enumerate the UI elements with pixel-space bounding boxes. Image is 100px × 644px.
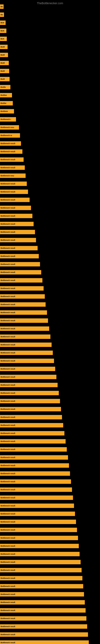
bar-label: Bottleneck result [0, 626, 15, 628]
bar-item: Bottleneck result [0, 552, 80, 556]
bar-item: Bottleneck result [0, 262, 40, 266]
bar-label: Bottleneck result [0, 183, 15, 185]
bar-label: Bottleneck result [0, 448, 15, 450]
bar-item: Bottleneck re [0, 133, 20, 138]
bar-item: Bo [0, 12, 4, 17]
bar-item: Bottleneck result [0, 342, 51, 347]
bar-item: Bottleneck result [0, 318, 48, 323]
bar-item: Bottleneck result [0, 278, 42, 282]
bar-label: Bottleneck result [0, 158, 15, 160]
bar-item: Bottleneck result [0, 198, 30, 202]
bar-label: Bottleneck result [0, 440, 15, 442]
bar-label: Bottleneck result [0, 167, 15, 169]
bar-item: Bottleneck result [0, 528, 77, 532]
bar-label: Bottleneck result [0, 489, 15, 491]
bar-item: Bottleneck result [0, 608, 86, 612]
bar-item: Bottleneck result [0, 504, 74, 508]
bar-item: Bottleneck resu [0, 125, 19, 130]
bar-label: Bottleneck result [0, 480, 15, 482]
bar-item: Bottleneck result [0, 254, 39, 258]
bar-label: Bottleneck result [0, 408, 15, 410]
bar-label: Bottleneck result [0, 464, 15, 466]
bar-item: Bottleneck result [0, 350, 53, 355]
bar-label: Bottleneck result [0, 191, 15, 193]
bar-label: Bottleneck result [0, 585, 15, 587]
bar-item: Bottleneck result [0, 415, 62, 420]
bar-item: Bottleneck result [0, 560, 81, 564]
bar-label: Bottleneck result [0, 432, 15, 434]
bar-item: Bottleneck result [0, 600, 85, 604]
bar-label: Bottleneck result [0, 400, 15, 402]
bar-item: Bottleneck result [0, 568, 82, 572]
bar-label: Bottleneck result [0, 320, 15, 322]
bar-item: Bottlen [0, 93, 12, 98]
bar-item: Bottle [0, 85, 10, 89]
bar-label: Bottler [0, 102, 6, 104]
bar-item: Bott [0, 20, 6, 25]
bar-item: Bottleneck result [0, 423, 63, 428]
bar-label: Bottleneck result [0, 247, 15, 249]
bar-item: Bottleneck result [0, 488, 72, 492]
bar-item: Bottleneck result [0, 206, 31, 210]
bar-item: Bottleneck result [0, 447, 67, 452]
bar-item: Bottleneck result [0, 326, 49, 331]
bar-item: Bottleneck result [0, 624, 87, 629]
bar-label: Bottleneck result [0, 610, 15, 612]
bar-item: Bottleneck result [0, 512, 75, 516]
bar-item: Bottleneck result [0, 230, 35, 234]
bar-item: Bottleneck result [0, 455, 68, 460]
bar-label: Bottleneck resu [0, 126, 14, 128]
bar-label: Bottleneck result [0, 296, 15, 298]
bar-label: Bottleneck result [0, 424, 15, 426]
bar-item: Bottleneck result [0, 359, 54, 363]
bar-label: Bottleneck result [0, 601, 15, 603]
bar-item: Bottleneck result [0, 431, 64, 436]
bar-item: Bottlene [0, 109, 14, 114]
bar-item: Bottleneck result [0, 158, 24, 162]
bar-label: Bottleneck result [0, 239, 15, 241]
bar-label: Bottleneck result [0, 263, 15, 265]
bar-item: Bottleneck result [0, 310, 47, 315]
bar-label: Bottleneck result [0, 513, 15, 515]
bar-label: Bottleneck result [0, 328, 15, 330]
bar-item: Bottleneck result [0, 536, 78, 540]
bar-item: Bottleneck result [0, 520, 76, 524]
bar-item: Bottleneck result [0, 149, 22, 154]
bar-label: Bottleneck result [0, 207, 15, 209]
bar-label: Bottl [0, 46, 5, 48]
bar-label: Bottl [0, 54, 5, 56]
bar-label: Bottleneck result [0, 642, 15, 644]
bar-item: Bottleneck result [0, 383, 58, 387]
bar-label: Bottlen [0, 94, 7, 96]
bar-item: Bottleneck result [0, 616, 86, 621]
site-title: TheBottlenecker.com [0, 0, 100, 6]
bar-item: Bottleneck result [0, 471, 70, 476]
bar-label: Bott [0, 22, 4, 24]
bar-item: Bottleneck result [0, 375, 56, 379]
bar-label: Bottleneck result [0, 336, 15, 338]
bar-label: Bottleneck result [0, 497, 15, 499]
bar-label: Bo [0, 6, 3, 8]
bar-label: Bott [0, 38, 4, 40]
bar-item: Bottleneck result [0, 214, 32, 218]
bar-item: Bottl [0, 77, 10, 81]
bar-label: Bottleneck result [0, 352, 15, 354]
bar-item: Bo [0, 4, 3, 9]
bar-item: Bottleneck result [0, 480, 71, 484]
bar-item: Bottl [0, 69, 9, 73]
bar-item: Bottler [0, 101, 13, 106]
bar-item: Bottleneck result [0, 302, 46, 307]
bar-label: Bottleneck result [0, 529, 15, 531]
bar-item: Bottleneck r [0, 117, 16, 122]
bar-label: Bottl [0, 78, 5, 80]
bar-label: Bottleneck result [0, 577, 15, 579]
bar-label: Bottleneck result [0, 561, 15, 563]
bar-label: Bottleneck result [0, 553, 15, 555]
bar-label: Bottleneck result [0, 593, 15, 595]
bar-item: Bott [0, 28, 6, 33]
bar-item: Bottleneck result [0, 141, 21, 146]
bar-label: Bottleneck result [0, 255, 15, 257]
bar-item: Bottleneck resu [0, 174, 26, 178]
bar-label: Bottleneck result [0, 312, 15, 314]
bar-label: Bottlene [0, 110, 8, 112]
